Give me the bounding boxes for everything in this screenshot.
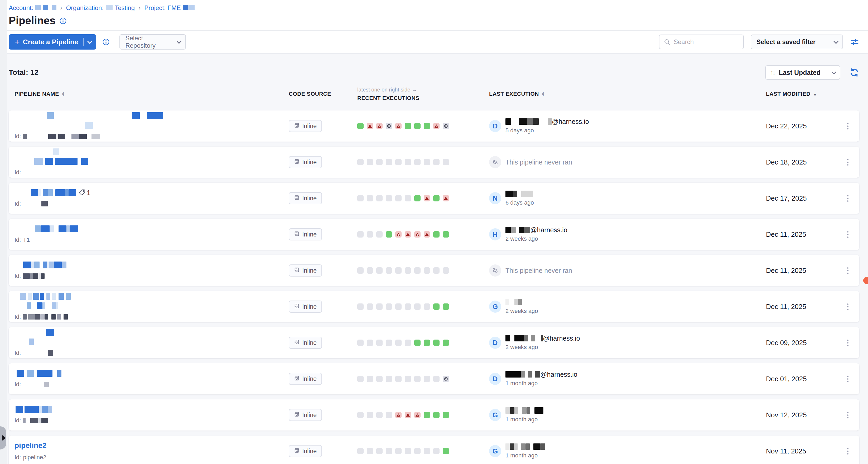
nav-expand-handle[interactable] — [0, 426, 6, 450]
execution-status-failed[interactable] — [443, 195, 449, 202]
execution-status-success[interactable] — [414, 195, 421, 202]
execution-status-failed[interactable] — [405, 231, 411, 238]
column-header-last-execution[interactable]: LAST EXECUTION ▲▼ — [489, 91, 766, 97]
column-header-last-modified[interactable]: LAST MODIFIED ▲ — [766, 91, 842, 97]
execution-status-aborted[interactable] — [443, 376, 449, 382]
execution-status-success[interactable] — [443, 231, 449, 238]
execution-status-failed[interactable] — [414, 412, 421, 418]
code-source-header-label: CODE SOURCE — [289, 91, 331, 97]
chevron-down-icon[interactable] — [88, 39, 92, 44]
execution-status-failed[interactable] — [395, 412, 402, 418]
execution-status-failed[interactable] — [424, 231, 430, 238]
execution-status-success[interactable] — [386, 231, 392, 238]
row-menu-kebab-icon[interactable] — [842, 120, 853, 132]
user-avatar[interactable]: G — [489, 445, 501, 457]
execution-status-success[interactable] — [433, 412, 439, 418]
row-menu-kebab-icon[interactable] — [842, 156, 853, 168]
select-repository-dropdown[interactable]: Select Repository — [119, 34, 186, 50]
execution-status-success[interactable] — [424, 123, 430, 129]
inline-code-source-badge[interactable]: Inline — [289, 120, 322, 132]
execution-status-success[interactable] — [424, 340, 430, 346]
breadcrumb-organization-link[interactable]: Organization: Testing — [66, 4, 135, 11]
pipeline-row[interactable]: Id:InlineD@harness.io5 days agoDec 22, 2… — [9, 111, 859, 142]
row-menu-kebab-icon[interactable] — [842, 265, 853, 277]
execution-status-failed[interactable] — [395, 123, 402, 129]
execution-status-success[interactable] — [357, 123, 364, 129]
row-menu-kebab-icon[interactable] — [842, 409, 853, 421]
create-pipeline-button[interactable]: + Create a Pipeline — [9, 34, 96, 50]
refresh-icon[interactable] — [849, 67, 859, 78]
execution-status-success[interactable] — [433, 195, 439, 202]
pipeline-row[interactable]: Id:InlineThis pipeline never ranDec 18, … — [9, 147, 859, 178]
row-menu-kebab-icon[interactable] — [842, 228, 853, 241]
pipeline-id-label: Id: — [14, 200, 21, 207]
pipeline-row[interactable]: Id:InlineG1 month agoNov 12, 2025 — [9, 399, 859, 431]
create-pipeline-info-icon[interactable] — [102, 38, 110, 46]
sort-dropdown[interactable]: ↑↓ Last Updated — [765, 65, 840, 80]
pipeline-name-redacted-line — [14, 225, 289, 232]
breadcrumb-project-link[interactable]: Project: FME — [144, 4, 194, 11]
pipeline-row[interactable]: Id:T1InlineH@harness.io2 weeks agoDec 11… — [9, 219, 859, 250]
execution-status-success[interactable] — [443, 448, 449, 454]
sort-arrows-icon[interactable]: ▲▼ — [541, 91, 545, 96]
user-avatar[interactable]: D — [489, 373, 501, 385]
execution-status-success[interactable] — [414, 340, 421, 346]
inline-code-source-badge[interactable]: Inline — [289, 192, 322, 204]
inline-code-source-badge[interactable]: Inline — [289, 337, 322, 349]
user-avatar[interactable]: N — [489, 192, 501, 204]
execution-status-failed[interactable] — [367, 123, 373, 129]
execution-status-failed[interactable] — [424, 195, 430, 202]
row-menu-kebab-icon[interactable] — [842, 373, 853, 385]
inline-code-source-badge[interactable]: Inline — [289, 301, 322, 313]
execution-status-failed[interactable] — [376, 123, 382, 129]
user-avatar[interactable]: G — [489, 301, 501, 313]
breadcrumb-account-link[interactable]: Account: — [9, 4, 56, 11]
row-menu-kebab-icon[interactable] — [842, 337, 853, 349]
execution-status-failed[interactable] — [414, 231, 421, 238]
pipeline-row[interactable]: 1Id:InlineN6 days agoDec 17, 2025 — [9, 183, 859, 214]
pipelines-info-icon[interactable] — [59, 17, 67, 25]
inline-code-source-badge[interactable]: Inline — [289, 265, 322, 277]
pipeline-row[interactable]: Id:InlineG2 weeks agoDec 11, 2025 — [9, 291, 859, 322]
column-header-pipeline-name[interactable]: PIPELINE NAME ▲▼ — [14, 91, 289, 97]
pipeline-row[interactable]: Id:InlineD@harness.io1 month agoDec 01, … — [9, 363, 859, 394]
filter-settings-icon[interactable] — [850, 37, 859, 47]
execution-time-ago: 1 month ago — [505, 380, 578, 387]
tags-indicator[interactable]: 1 — [79, 189, 90, 197]
search-input[interactable] — [674, 38, 739, 45]
pipeline-name-link[interactable]: pipeline2 — [14, 441, 289, 450]
execution-status-aborted[interactable] — [443, 123, 449, 129]
row-menu-kebab-icon[interactable] — [842, 192, 853, 204]
inline-source-icon — [294, 375, 300, 382]
user-avatar[interactable]: D — [489, 120, 501, 132]
inline-code-source-badge[interactable]: Inline — [289, 409, 322, 421]
execution-status-failed[interactable] — [405, 412, 411, 418]
saved-filter-dropdown[interactable]: Select a saved filter — [751, 34, 843, 49]
row-menu-kebab-icon[interactable] — [842, 301, 853, 313]
inline-code-source-badge[interactable]: Inline — [289, 228, 322, 241]
user-avatar[interactable]: G — [489, 409, 501, 421]
user-avatar[interactable]: H — [489, 228, 501, 241]
row-menu-kebab-icon[interactable] — [842, 445, 853, 457]
execution-status-success[interactable] — [433, 231, 439, 238]
execution-status-success[interactable] — [433, 340, 439, 346]
execution-status-success[interactable] — [433, 304, 439, 310]
pipeline-row[interactable]: Id:InlineD@harness.io2 weeks agoDec 09, … — [9, 327, 859, 358]
pipeline-row[interactable]: Id:InlineThis pipeline never ranDec 11, … — [9, 255, 859, 286]
execution-status-success[interactable] — [424, 412, 430, 418]
user-avatar[interactable]: D — [489, 337, 501, 349]
execution-status-success[interactable] — [443, 340, 449, 346]
inline-code-source-badge[interactable]: Inline — [289, 156, 322, 168]
pipeline-row[interactable]: pipeline2Id:pipeline2InlineG1 month agoN… — [9, 436, 859, 464]
execution-status-failed[interactable] — [433, 123, 439, 129]
execution-status-success[interactable] — [405, 123, 411, 129]
inline-code-source-badge[interactable]: Inline — [289, 373, 322, 385]
execution-status-aborted[interactable] — [386, 123, 392, 129]
execution-status-success[interactable] — [443, 304, 449, 310]
inline-code-source-badge[interactable]: Inline — [289, 445, 322, 457]
execution-status-success[interactable] — [414, 123, 421, 129]
execution-status-failed[interactable] — [395, 231, 402, 238]
execution-status-success[interactable] — [443, 412, 449, 418]
search-box[interactable] — [659, 34, 744, 49]
sort-arrows-icon[interactable]: ▲▼ — [62, 91, 65, 96]
